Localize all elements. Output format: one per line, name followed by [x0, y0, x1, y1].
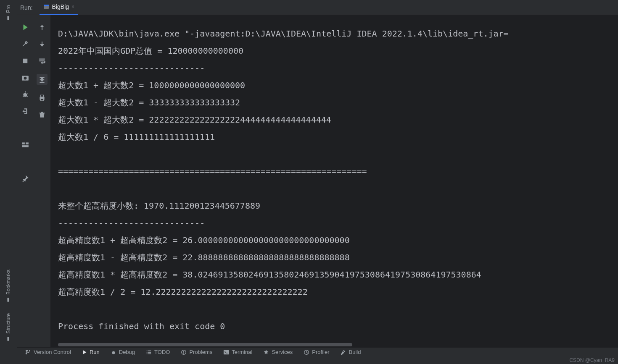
folder-icon: ▮	[5, 16, 11, 21]
bug-icon[interactable]	[21, 91, 29, 98]
build-tab[interactable]: Build	[340, 349, 361, 355]
left-rail: ▮ Pro ▮ Bookmarks ▮ Structure	[0, 0, 17, 347]
svg-rect-8	[22, 145, 29, 147]
svg-rect-2	[23, 59, 28, 63]
console-output[interactable]: D:\JAVA\JDK\bin\java.exe "-javaagent:D:\…	[50, 15, 618, 347]
watermark: CSDN @Cyan_RA9	[569, 357, 615, 363]
run-tabbar: Run: BigBig ×	[17, 0, 618, 15]
up-arrow-icon[interactable]	[38, 24, 46, 31]
svg-rect-15	[184, 353, 185, 354]
svg-rect-14	[184, 351, 185, 352]
todo-tab[interactable]: TODO	[146, 349, 170, 355]
run-toolbar-secondary	[34, 15, 50, 347]
svg-rect-11	[41, 99, 44, 101]
console-line: D:\JAVA\JDK\bin\java.exe "-javaagent:D:\…	[58, 29, 509, 39]
console-line: 来整个超高精度小数: 1970.111200123445677889	[58, 201, 260, 211]
print-icon[interactable]	[38, 94, 46, 102]
soft-wrap-icon[interactable]	[38, 57, 46, 65]
console-line: -----------------------------	[58, 218, 205, 228]
rerun-icon[interactable]	[21, 24, 29, 31]
structure-icon: ▮	[5, 336, 11, 342]
console-line: 超大数1 / 6 = 111111111111111111	[58, 132, 215, 142]
console-line: -----------------------------	[58, 63, 205, 73]
version-control-tab[interactable]: Version Control	[25, 349, 71, 355]
horizontal-scrollbar[interactable]	[50, 342, 618, 347]
run-tab[interactable]: Run	[82, 349, 100, 355]
console-line: 超高精度数1 / 2 = 12.222222222222222222222222…	[58, 287, 308, 297]
run-tab-label: BigBig	[52, 3, 69, 10]
close-icon[interactable]: ×	[71, 4, 74, 10]
project-sidebar-label[interactable]: ▮ Pro	[5, 5, 11, 21]
run-config-icon	[43, 3, 50, 10]
console-line: 超高精度数1 - 超高精度数2 = 22.8888888888888888888…	[58, 252, 350, 262]
svg-rect-7	[26, 142, 29, 144]
console-line: ========================================…	[58, 166, 367, 176]
warning-icon	[181, 349, 187, 355]
services-icon	[263, 349, 269, 355]
console-line: 超大数1 + 超大数2 = 1000000000000000000	[58, 80, 245, 90]
terminal-tab[interactable]: Terminal	[223, 349, 252, 355]
profiler-icon	[304, 349, 309, 355]
down-arrow-icon[interactable]	[38, 40, 46, 48]
play-icon	[82, 350, 87, 355]
branch-icon	[25, 349, 31, 355]
structure-sidebar-label[interactable]: ▮ Structure	[5, 313, 11, 342]
bookmarks-sidebar-label[interactable]: ▮ Bookmarks	[5, 270, 11, 303]
svg-rect-10	[41, 95, 44, 97]
console-line: 超高精度数1 + 超高精度数2 = 26.0000000000000000000…	[58, 235, 350, 245]
console-line: 2022年中国国内GDP总值 = 120000000000000	[58, 46, 243, 56]
debug-tab[interactable]: Debug	[111, 349, 135, 355]
stop-icon[interactable]	[21, 57, 29, 65]
layout-icon[interactable]	[21, 141, 29, 149]
console-line: 超大数1 - 超大数2 = 333333333333333332	[58, 97, 240, 107]
run-panel-label: Run:	[20, 4, 33, 11]
run-toolbar-primary	[17, 15, 34, 347]
svg-point-4	[24, 77, 27, 80]
svg-point-12	[112, 351, 115, 354]
console-line: 超高精度数1 * 超高精度数2 = 38.0246913580246913580…	[58, 270, 481, 280]
run-tab-bigbig[interactable]: BigBig ×	[40, 0, 78, 15]
camera-icon[interactable]	[21, 74, 29, 81]
bug-icon	[111, 349, 116, 355]
bottom-toolbar: Version Control Run Debug TODO Problems …	[17, 347, 618, 356]
hammer-icon	[340, 349, 346, 355]
scrollbar-thumb[interactable]	[58, 343, 352, 346]
terminal-icon	[223, 349, 229, 355]
svg-rect-6	[22, 142, 25, 144]
bookmark-icon: ▮	[5, 297, 11, 303]
services-tab[interactable]: Services	[263, 349, 293, 355]
problems-tab[interactable]: Problems	[181, 349, 212, 355]
wrench-icon[interactable]	[21, 40, 29, 48]
pin-icon[interactable]	[21, 175, 29, 182]
console-line: 超大数1 * 超大数2 = 22222222222222222244444444…	[58, 115, 331, 125]
console-line: Process finished with exit code 0	[58, 321, 225, 331]
scroll-to-end-icon[interactable]	[37, 74, 48, 85]
profiler-tab[interactable]: Profiler	[304, 349, 329, 355]
trash-icon[interactable]	[38, 111, 46, 118]
svg-rect-1	[44, 5, 49, 6]
exit-icon[interactable]	[21, 107, 29, 115]
list-icon	[146, 349, 152, 355]
